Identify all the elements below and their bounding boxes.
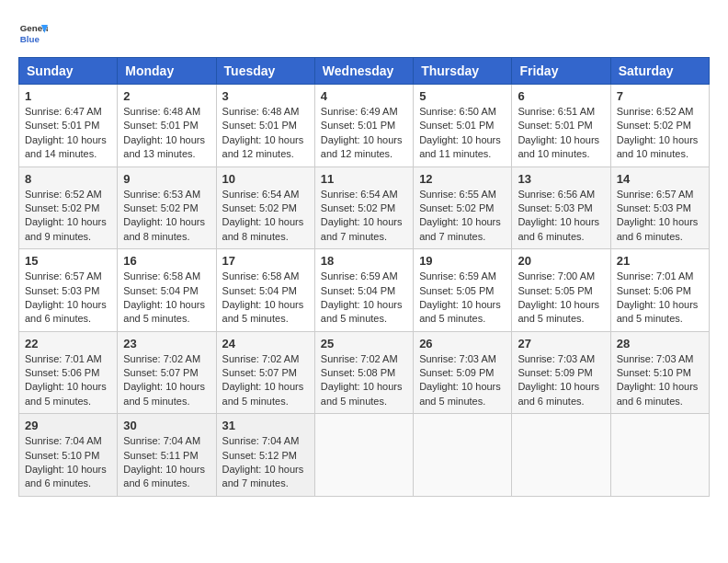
calendar-cell: 3Sunrise: 6:48 AMSunset: 5:01 PMDaylight… — [216, 85, 314, 167]
day-content: Sunrise: 7:03 AMSunset: 5:10 PMDaylight:… — [617, 352, 703, 409]
day-content: Sunrise: 7:04 AMSunset: 5:10 PMDaylight:… — [25, 434, 111, 491]
day-number: 17 — [222, 254, 309, 268]
day-number: 19 — [419, 254, 506, 268]
col-header-wednesday: Wednesday — [314, 58, 413, 85]
day-content: Sunrise: 7:01 AMSunset: 5:06 PMDaylight:… — [617, 270, 703, 327]
calendar-cell: 14Sunrise: 6:57 AMSunset: 5:03 PMDayligh… — [610, 167, 709, 249]
day-number: 27 — [518, 337, 604, 350]
calendar-cell: 20Sunrise: 7:00 AMSunset: 5:05 PMDayligh… — [512, 249, 610, 332]
calendar-cell: 4Sunrise: 6:49 AMSunset: 5:01 PMDaylight… — [314, 85, 413, 167]
calendar-cell: 5Sunrise: 6:50 AMSunset: 5:01 PMDaylight… — [414, 85, 512, 167]
day-number: 26 — [419, 337, 506, 350]
day-number: 14 — [617, 172, 703, 186]
calendar-cell: 8Sunrise: 6:52 AMSunset: 5:02 PMDaylight… — [19, 167, 118, 249]
day-content: Sunrise: 6:54 AMSunset: 5:02 PMDaylight:… — [321, 188, 407, 245]
day-content: Sunrise: 6:57 AMSunset: 5:03 PMDaylight:… — [25, 270, 111, 327]
day-content: Sunrise: 6:59 AMSunset: 5:05 PMDaylight:… — [419, 270, 506, 327]
col-header-saturday: Saturday — [610, 58, 709, 85]
day-content: Sunrise: 6:56 AMSunset: 5:03 PMDaylight:… — [518, 188, 604, 245]
day-content: Sunrise: 6:54 AMSunset: 5:02 PMDaylight:… — [222, 188, 309, 245]
calendar-cell: 17Sunrise: 6:58 AMSunset: 5:04 PMDayligh… — [216, 249, 314, 332]
calendar-table: SundayMondayTuesdayWednesdayThursdayFrid… — [18, 57, 710, 497]
calendar-cell: 21Sunrise: 7:01 AMSunset: 5:06 PMDayligh… — [610, 249, 709, 332]
day-number: 28 — [617, 337, 703, 350]
calendar-cell: 18Sunrise: 6:59 AMSunset: 5:04 PMDayligh… — [314, 249, 413, 332]
day-content: Sunrise: 7:04 AMSunset: 5:12 PMDaylight:… — [222, 434, 309, 491]
calendar-cell: 24Sunrise: 7:02 AMSunset: 5:07 PMDayligh… — [216, 331, 314, 414]
logo-icon: General Blue — [18, 18, 48, 48]
calendar-cell: 26Sunrise: 7:03 AMSunset: 5:09 PMDayligh… — [414, 331, 512, 414]
calendar-cell: 25Sunrise: 7:02 AMSunset: 5:08 PMDayligh… — [314, 331, 413, 414]
day-content: Sunrise: 7:00 AMSunset: 5:05 PMDaylight:… — [518, 270, 604, 327]
calendar-cell — [512, 414, 610, 497]
day-content: Sunrise: 6:51 AMSunset: 5:01 PMDaylight:… — [518, 105, 604, 162]
calendar-cell: 13Sunrise: 6:56 AMSunset: 5:03 PMDayligh… — [512, 167, 610, 249]
day-content: Sunrise: 6:47 AMSunset: 5:01 PMDaylight:… — [25, 105, 111, 162]
calendar-cell: 23Sunrise: 7:02 AMSunset: 5:07 PMDayligh… — [118, 331, 216, 414]
calendar-cell — [414, 414, 512, 497]
calendar-cell — [610, 414, 709, 497]
logo: General Blue — [18, 18, 48, 48]
day-content: Sunrise: 7:02 AMSunset: 5:07 PMDaylight:… — [123, 352, 210, 409]
day-number: 8 — [25, 172, 111, 186]
day-content: Sunrise: 6:58 AMSunset: 5:04 PMDaylight:… — [123, 270, 210, 327]
day-number: 30 — [123, 419, 210, 432]
calendar-cell: 1Sunrise: 6:47 AMSunset: 5:01 PMDaylight… — [19, 85, 118, 167]
calendar-cell: 28Sunrise: 7:03 AMSunset: 5:10 PMDayligh… — [610, 331, 709, 414]
day-number: 6 — [518, 89, 604, 103]
calendar-cell: 7Sunrise: 6:52 AMSunset: 5:02 PMDaylight… — [610, 85, 709, 167]
day-content: Sunrise: 6:52 AMSunset: 5:02 PMDaylight:… — [25, 188, 111, 245]
day-number: 11 — [321, 172, 407, 186]
calendar-cell: 15Sunrise: 6:57 AMSunset: 5:03 PMDayligh… — [19, 249, 118, 332]
calendar-cell: 27Sunrise: 7:03 AMSunset: 5:09 PMDayligh… — [512, 331, 610, 414]
day-content: Sunrise: 6:50 AMSunset: 5:01 PMDaylight:… — [419, 105, 506, 162]
day-content: Sunrise: 7:04 AMSunset: 5:11 PMDaylight:… — [123, 434, 210, 491]
day-content: Sunrise: 6:53 AMSunset: 5:02 PMDaylight:… — [123, 188, 210, 245]
calendar-cell: 2Sunrise: 6:48 AMSunset: 5:01 PMDaylight… — [118, 85, 216, 167]
calendar-cell: 6Sunrise: 6:51 AMSunset: 5:01 PMDaylight… — [512, 85, 610, 167]
day-number: 31 — [222, 419, 309, 432]
day-number: 13 — [518, 172, 604, 186]
col-header-monday: Monday — [118, 58, 216, 85]
day-number: 20 — [518, 254, 604, 268]
calendar-cell: 31Sunrise: 7:04 AMSunset: 5:12 PMDayligh… — [216, 414, 314, 497]
col-header-sunday: Sunday — [19, 58, 118, 85]
calendar-cell — [314, 414, 413, 497]
day-number: 23 — [123, 337, 210, 350]
day-content: Sunrise: 7:03 AMSunset: 5:09 PMDaylight:… — [518, 352, 604, 409]
day-number: 22 — [25, 337, 111, 350]
day-content: Sunrise: 7:03 AMSunset: 5:09 PMDaylight:… — [419, 352, 506, 409]
calendar-cell: 30Sunrise: 7:04 AMSunset: 5:11 PMDayligh… — [118, 414, 216, 497]
day-number: 16 — [123, 254, 210, 268]
day-number: 29 — [25, 419, 111, 432]
day-number: 9 — [123, 172, 210, 186]
svg-text:Blue: Blue — [20, 34, 40, 44]
col-header-thursday: Thursday — [414, 58, 512, 85]
day-number: 7 — [617, 89, 703, 103]
day-number: 10 — [222, 172, 309, 186]
day-content: Sunrise: 7:02 AMSunset: 5:08 PMDaylight:… — [321, 352, 407, 409]
day-content: Sunrise: 6:48 AMSunset: 5:01 PMDaylight:… — [123, 105, 210, 162]
day-content: Sunrise: 6:48 AMSunset: 5:01 PMDaylight:… — [222, 105, 309, 162]
day-content: Sunrise: 7:02 AMSunset: 5:07 PMDaylight:… — [222, 352, 309, 409]
calendar-cell: 29Sunrise: 7:04 AMSunset: 5:10 PMDayligh… — [19, 414, 118, 497]
day-content: Sunrise: 6:59 AMSunset: 5:04 PMDaylight:… — [321, 270, 407, 327]
col-header-friday: Friday — [512, 58, 610, 85]
day-number: 2 — [123, 89, 210, 103]
day-number: 15 — [25, 254, 111, 268]
day-content: Sunrise: 6:55 AMSunset: 5:02 PMDaylight:… — [419, 188, 506, 245]
calendar-cell: 9Sunrise: 6:53 AMSunset: 5:02 PMDaylight… — [118, 167, 216, 249]
calendar-cell: 11Sunrise: 6:54 AMSunset: 5:02 PMDayligh… — [314, 167, 413, 249]
col-header-tuesday: Tuesday — [216, 58, 314, 85]
day-content: Sunrise: 6:57 AMSunset: 5:03 PMDaylight:… — [617, 188, 703, 245]
day-content: Sunrise: 6:49 AMSunset: 5:01 PMDaylight:… — [321, 105, 407, 162]
day-number: 24 — [222, 337, 309, 350]
day-number: 18 — [321, 254, 407, 268]
day-number: 12 — [419, 172, 506, 186]
day-number: 5 — [419, 89, 506, 103]
day-number: 21 — [617, 254, 703, 268]
calendar-cell: 19Sunrise: 6:59 AMSunset: 5:05 PMDayligh… — [414, 249, 512, 332]
calendar-cell: 22Sunrise: 7:01 AMSunset: 5:06 PMDayligh… — [19, 331, 118, 414]
page-header: General Blue — [18, 18, 710, 48]
day-content: Sunrise: 6:58 AMSunset: 5:04 PMDaylight:… — [222, 270, 309, 327]
